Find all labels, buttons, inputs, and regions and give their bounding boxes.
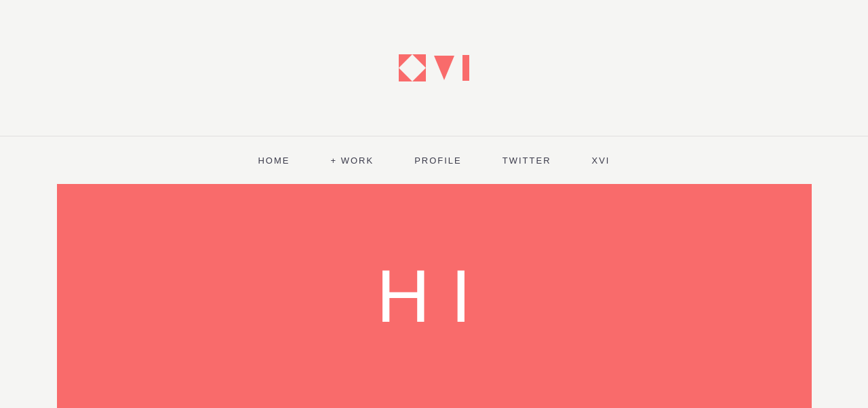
svg-marker-4	[434, 56, 454, 80]
hero-section: HI	[57, 184, 812, 408]
nav-item-home[interactable]: HOME	[258, 155, 290, 166]
main-nav: HOME + WORK PROFILE TWITTER XVI	[0, 136, 868, 184]
nav-item-work[interactable]: + WORK	[330, 155, 374, 166]
logo-x-icon	[399, 54, 426, 81]
svg-rect-5	[462, 55, 469, 81]
logo-i-icon	[462, 55, 469, 81]
nav-item-twitter[interactable]: TWITTER	[502, 155, 551, 166]
logo[interactable]	[399, 54, 469, 81]
site-header	[0, 0, 868, 136]
nav-item-xvi[interactable]: XVI	[592, 155, 610, 166]
svg-marker-2	[412, 54, 426, 68]
svg-marker-3	[399, 68, 412, 81]
logo-v-icon	[434, 56, 454, 80]
nav-item-profile[interactable]: PROFILE	[414, 155, 462, 166]
svg-marker-0	[399, 54, 412, 68]
hero-heading: HI	[376, 259, 492, 333]
svg-marker-1	[412, 68, 426, 81]
